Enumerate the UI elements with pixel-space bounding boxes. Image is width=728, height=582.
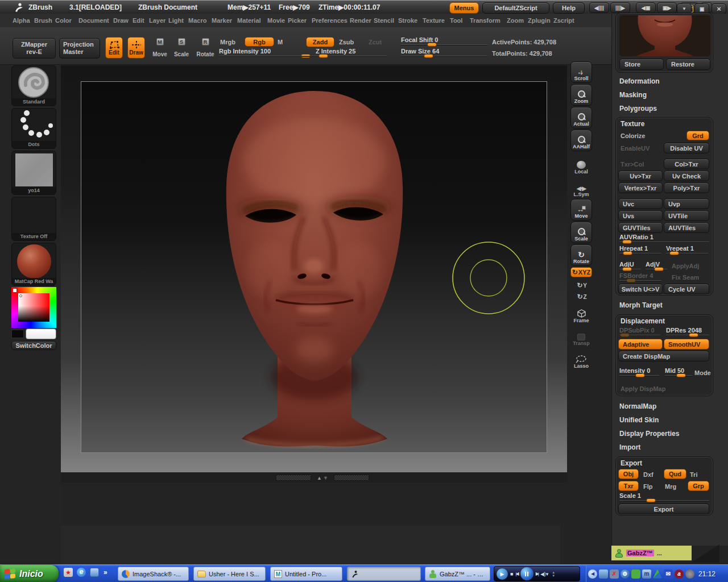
export-txr-toggle[interactable]: Txr (618, 481, 639, 491)
start-button[interactable]: Inicio (0, 565, 59, 582)
primary-color-swatch[interactable] (26, 329, 56, 339)
menu-document[interactable]: Document (78, 17, 109, 24)
menu-zoom[interactable]: Zoom (507, 17, 524, 24)
menu-render[interactable]: Render (350, 17, 371, 24)
menu-movie[interactable]: Movie (267, 17, 285, 24)
export-obj-toggle[interactable]: Obj (618, 469, 639, 479)
auvtiles-button[interactable]: AUVTiles (664, 222, 709, 233)
window-stack-right-icon[interactable]: ▣▶ (657, 2, 677, 13)
tray-settings-gear-icon[interactable]: ⚙ (621, 569, 630, 579)
shelf-scroll-button[interactable]: ↔ ↕ Scroll (570, 61, 592, 83)
tray-volume-icon[interactable] (685, 569, 694, 579)
tray-mail-icon[interactable]: ✉ (664, 569, 673, 579)
document-area[interactable] (81, 81, 547, 453)
dpres-slider[interactable]: DPRes 2048 (666, 327, 709, 337)
mrgb-toggle[interactable]: Mrgb (220, 39, 235, 45)
section-display-properties[interactable]: Display Properties (619, 430, 679, 438)
rgb-toggle[interactable]: Rgb (245, 37, 274, 47)
menu-tool[interactable]: Tool (450, 17, 462, 24)
draw-button[interactable]: Draw (127, 37, 145, 59)
colorize-label[interactable]: Colorize (621, 132, 645, 139)
menu-layer[interactable]: Layer (149, 17, 166, 24)
secondary-color-swatch[interactable] (11, 330, 24, 338)
section-unified-skin[interactable]: Unified Skin (619, 416, 659, 424)
quicklaunch-ie-icon[interactable]: e (77, 568, 86, 577)
wmp-pause-icon[interactable] (520, 567, 533, 580)
menu-preferences[interactable]: Preferences (312, 17, 348, 24)
menu-draw[interactable]: Draw (113, 17, 129, 24)
rgb-intensity-slider[interactable]: Rgb Intensity 100 (219, 48, 307, 58)
wmp-stop-icon[interactable]: ■ (510, 571, 513, 577)
task-usher-folder[interactable]: Usher - Here I S... (193, 567, 266, 581)
zmapper-button[interactable]: ZMapper rev-E (13, 38, 56, 59)
menu-texture[interactable]: Texture (423, 17, 445, 24)
uv-txr-button[interactable]: Uv>Txr (618, 171, 663, 181)
fsborder-slider[interactable]: FSBorder 4 (619, 272, 661, 282)
rotate-y-toggle[interactable]: ↻Y (573, 280, 590, 291)
applyadj-button[interactable]: ApplyAdj (672, 263, 699, 269)
menu-light[interactable]: Light (168, 17, 184, 24)
shelf-zoom-button[interactable]: Zoom (570, 84, 592, 106)
z-intensity-slider[interactable]: Z Intensity 25 (301, 48, 387, 58)
zadd-toggle[interactable]: Zadd (306, 37, 334, 47)
export-tri-toggle[interactable]: Tri (690, 471, 697, 478)
tray-avg-icon[interactable] (653, 569, 662, 579)
menu-alpha[interactable]: Alpha (13, 17, 30, 24)
vertex-txr-button[interactable]: Vertex>Txr (618, 182, 663, 193)
txr-col-button[interactable]: Txr>Col (621, 161, 644, 168)
projection-master-button[interactable]: Projection Master (59, 38, 100, 59)
uvs-button[interactable]: Uvs (618, 210, 663, 221)
menus-button[interactable]: Menus (449, 2, 479, 14)
rotate-xyz-toggle[interactable]: ↻XYZ (570, 267, 592, 277)
divider-grip-left[interactable] (276, 475, 311, 481)
disp-mid-slider[interactable]: Mid 50 (665, 367, 692, 377)
dpsubpix-slider[interactable]: DPSubPix 0 (619, 327, 660, 337)
vrepeat-slider[interactable]: Vrepeat 1 (666, 245, 708, 255)
adju-slider[interactable]: AdjU (619, 261, 641, 271)
texture-thumb-yo14[interactable]: yo14 (11, 151, 56, 195)
close-button[interactable]: × (712, 3, 726, 14)
tray-clock[interactable]: 21:12 (698, 570, 715, 578)
shelf-transp-button[interactable]: Transp (570, 326, 592, 347)
menu-transform[interactable]: Transform (470, 17, 500, 24)
rotate-button[interactable]: R Rotate (195, 37, 216, 59)
messenger-notification[interactable]: GabzZ™ ... (611, 546, 692, 560)
shelf-move-button[interactable]: ↔ Move (570, 199, 592, 221)
wmp-expand-icon[interactable]: ▲▼ (552, 571, 555, 577)
export-button[interactable]: Export (618, 504, 709, 514)
move-button[interactable]: M Move (151, 37, 169, 59)
shelf-lsym-button[interactable]: ◀•▶ L.Sym (570, 178, 592, 198)
menu-macro[interactable]: Macro (188, 17, 206, 24)
shelf-frame-button[interactable]: Frame (570, 304, 592, 324)
export-dxf-toggle[interactable]: Dxf (643, 471, 653, 478)
tray-messenger-icon[interactable] (631, 569, 640, 579)
tray-network-icon[interactable] (599, 569, 608, 579)
section-morph-target[interactable]: Morph Target (619, 301, 663, 309)
brush-thumb-standard[interactable]: Standard (11, 65, 56, 106)
fix-seam-button[interactable]: Fix Seam (672, 274, 699, 281)
hrepeat-slider[interactable]: Hrepeat 1 (619, 245, 661, 255)
divider-grip-right[interactable] (334, 475, 369, 481)
scroll-right-icon[interactable]: ||||▶ (610, 2, 630, 13)
wmp-volume-icon[interactable]: ◀)▾ (540, 571, 548, 577)
export-qud-toggle[interactable]: Qud (664, 469, 686, 479)
tray-network-disconnected-icon[interactable]: ✗ (610, 569, 619, 579)
zsub-toggle[interactable]: Zsub (339, 39, 354, 45)
tray-ati-icon[interactable]: a (675, 569, 684, 579)
section-masking[interactable]: Masking (619, 91, 647, 99)
wmp-previous-icon[interactable]: |◀ (515, 571, 518, 576)
uv-check-button[interactable]: Uv Check (664, 171, 709, 181)
col-txr-button[interactable]: Col>Txr (664, 159, 709, 169)
focal-shift-slider[interactable]: Focal Shift 0 (401, 36, 487, 47)
menu-color[interactable]: Color (55, 17, 72, 24)
task-untitled-3ds[interactable]: M Untitled - Pro... (270, 567, 342, 581)
task-imageshack[interactable]: ImageShack® -... (118, 567, 189, 581)
shelf-local-button[interactable]: Local (570, 155, 592, 175)
tray-collapse-chevron[interactable]: ◀ (588, 569, 597, 579)
stroke-thumb-dots[interactable]: Dots (11, 108, 56, 149)
adaptive-toggle[interactable]: Adaptive (618, 339, 663, 350)
cycle-uv-button[interactable]: Cycle UV (664, 284, 709, 294)
wmp-play-icon[interactable]: ▶ (497, 568, 508, 580)
export-grp-toggle[interactable]: Grp (688, 481, 709, 491)
enable-uv-button[interactable]: EnableUV (621, 145, 650, 152)
